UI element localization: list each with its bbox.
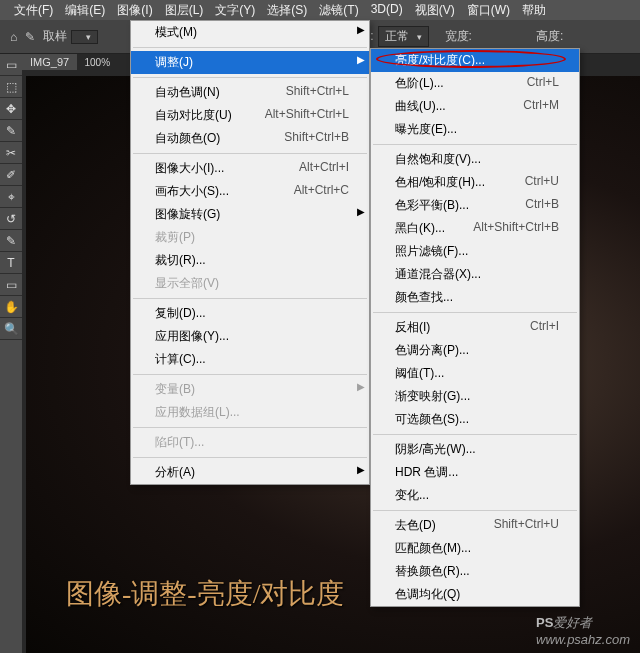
- tool-3[interactable]: ✎: [0, 120, 22, 142]
- separator: [133, 427, 367, 428]
- menu-item[interactable]: 计算(C)...: [131, 348, 369, 371]
- menu-item-label: 颜色查找...: [395, 289, 453, 306]
- tool-4[interactable]: ✂: [0, 142, 22, 164]
- sample-dropdown[interactable]: ▾: [71, 30, 98, 44]
- menu-item[interactable]: 亮度/对比度(C)...: [371, 49, 579, 72]
- menu-item-label: 变量(B): [155, 381, 195, 398]
- menu-item[interactable]: 渐变映射(G)...: [371, 385, 579, 408]
- menu-3[interactable]: 图层(L): [159, 0, 210, 20]
- menu-item[interactable]: 替换颜色(R)...: [371, 560, 579, 583]
- menu-item[interactable]: 曲线(U)...Ctrl+M: [371, 95, 579, 118]
- mode-dropdown[interactable]: 正常▾: [378, 26, 429, 47]
- menu-7[interactable]: 3D(D): [365, 0, 409, 20]
- menu-9[interactable]: 窗口(W): [461, 0, 516, 20]
- menu-item[interactable]: 色彩平衡(B)...Ctrl+B: [371, 194, 579, 217]
- menu-item[interactable]: 匹配颜色(M)...: [371, 537, 579, 560]
- mode-value: 正常: [385, 28, 409, 45]
- submenu-arrow-icon: ▶: [357, 206, 365, 217]
- document-tab[interactable]: IMG_97: [22, 54, 77, 70]
- menubar: 文件(F)编辑(E)图像(I)图层(L)文字(Y)选择(S)滤镜(T)3D(D)…: [0, 0, 640, 20]
- tool-0[interactable]: ▭: [0, 54, 22, 76]
- menu-item[interactable]: 自动色调(N)Shift+Ctrl+L: [131, 81, 369, 104]
- menu-item[interactable]: 色相/饱和度(H)...Ctrl+U: [371, 171, 579, 194]
- menu-item-label: 阈值(T)...: [395, 365, 444, 382]
- menu-item[interactable]: 画布大小(S)...Alt+Ctrl+C: [131, 180, 369, 203]
- separator: [373, 510, 577, 511]
- menu-8[interactable]: 视图(V): [409, 0, 461, 20]
- tool-6[interactable]: ⌖: [0, 186, 22, 208]
- menu-6[interactable]: 滤镜(T): [313, 0, 364, 20]
- menu-item[interactable]: 变化...: [371, 484, 579, 507]
- menu-item: 裁剪(P): [131, 226, 369, 249]
- home-icon[interactable]: ⌂: [10, 30, 17, 44]
- menu-item-label: 色调均化(Q): [395, 586, 460, 603]
- menu-item: 变量(B)▶: [131, 378, 369, 401]
- menu-item-label: 黑白(K)...: [395, 220, 445, 237]
- shortcut: Alt+Ctrl+I: [299, 160, 349, 177]
- tool-10[interactable]: ▭: [0, 274, 22, 296]
- menu-item[interactable]: 通道混合器(X)...: [371, 263, 579, 286]
- menu-item[interactable]: 复制(D)...: [131, 302, 369, 325]
- menu-10[interactable]: 帮助: [516, 0, 552, 20]
- tool-9[interactable]: T: [0, 252, 22, 274]
- menu-item[interactable]: 反相(I)Ctrl+I: [371, 316, 579, 339]
- tool-5[interactable]: ✐: [0, 164, 22, 186]
- menu-item[interactable]: 模式(M)▶: [131, 21, 369, 44]
- tool-2[interactable]: ✥: [0, 98, 22, 120]
- separator: [133, 77, 367, 78]
- tool-12[interactable]: 🔍: [0, 318, 22, 340]
- menu-item-label: 曲线(U)...: [395, 98, 446, 115]
- menu-item[interactable]: 自然饱和度(V)...: [371, 148, 579, 171]
- menu-item[interactable]: 应用图像(Y)...: [131, 325, 369, 348]
- tool-8[interactable]: ✎: [0, 230, 22, 252]
- watermark-url: www.psahz.com: [536, 632, 630, 647]
- menu-item-label: 通道混合器(X)...: [395, 266, 481, 283]
- menu-item[interactable]: 自动对比度(U)Alt+Shift+Ctrl+L: [131, 104, 369, 127]
- menu-item[interactable]: 阴影/高光(W)...: [371, 438, 579, 461]
- menu-item[interactable]: 照片滤镜(F)...: [371, 240, 579, 263]
- watermark: PS爱好者 www.psahz.com: [536, 614, 630, 647]
- menu-item-label: 自动色调(N): [155, 84, 220, 101]
- menu-item[interactable]: 调整(J)▶: [131, 51, 369, 74]
- separator: [133, 298, 367, 299]
- watermark-suffix: 爱好者: [553, 615, 592, 630]
- menu-item-label: 去色(D): [395, 517, 436, 534]
- menu-0[interactable]: 文件(F): [8, 0, 59, 20]
- menu-item[interactable]: 图像旋转(G)▶: [131, 203, 369, 226]
- menu-item-label: 阴影/高光(W)...: [395, 441, 476, 458]
- tool-1[interactable]: ⬚: [0, 76, 22, 98]
- menu-item-label: 色相/饱和度(H)...: [395, 174, 485, 191]
- menu-item[interactable]: 去色(D)Shift+Ctrl+U: [371, 514, 579, 537]
- menu-4[interactable]: 文字(Y): [209, 0, 261, 20]
- menu-item[interactable]: 图像大小(I)...Alt+Ctrl+I: [131, 157, 369, 180]
- menu-item[interactable]: 可选颜色(S)...: [371, 408, 579, 431]
- menu-item[interactable]: 颜色查找...: [371, 286, 579, 309]
- menu-item-label: 复制(D)...: [155, 305, 206, 322]
- menu-item[interactable]: 阈值(T)...: [371, 362, 579, 385]
- menu-item-label: 匹配颜色(M)...: [395, 540, 471, 557]
- menu-2[interactable]: 图像(I): [111, 0, 158, 20]
- tool-7[interactable]: ↺: [0, 208, 22, 230]
- menu-item[interactable]: 色阶(L)...Ctrl+L: [371, 72, 579, 95]
- menu-item[interactable]: HDR 色调...: [371, 461, 579, 484]
- menu-item[interactable]: 曝光度(E)...: [371, 118, 579, 141]
- menu-item-label: 曝光度(E)...: [395, 121, 457, 138]
- menu-item[interactable]: 黑白(K)...Alt+Shift+Ctrl+B: [371, 217, 579, 240]
- chevron-down-icon: ▾: [86, 32, 91, 42]
- menu-1[interactable]: 编辑(E): [59, 0, 111, 20]
- menu-item: 陷印(T)...: [131, 431, 369, 454]
- menu-item[interactable]: 裁切(R)...: [131, 249, 369, 272]
- shortcut: Ctrl+M: [523, 98, 559, 115]
- menu-5[interactable]: 选择(S): [261, 0, 313, 20]
- menu-item[interactable]: 自动颜色(O)Shift+Ctrl+B: [131, 127, 369, 150]
- menu-item-label: 显示全部(V): [155, 275, 219, 292]
- menu-item-label: HDR 色调...: [395, 464, 458, 481]
- menu-item[interactable]: 分析(A)▶: [131, 461, 369, 484]
- shortcut: Ctrl+L: [527, 75, 559, 92]
- menu-item-label: 画布大小(S)...: [155, 183, 229, 200]
- menu-item[interactable]: 色调分离(P)...: [371, 339, 579, 362]
- menu-item-label: 色阶(L)...: [395, 75, 444, 92]
- menu-item[interactable]: 色调均化(Q): [371, 583, 579, 606]
- tool-11[interactable]: ✋: [0, 296, 22, 318]
- eyedrop-icon[interactable]: ✎: [25, 30, 35, 44]
